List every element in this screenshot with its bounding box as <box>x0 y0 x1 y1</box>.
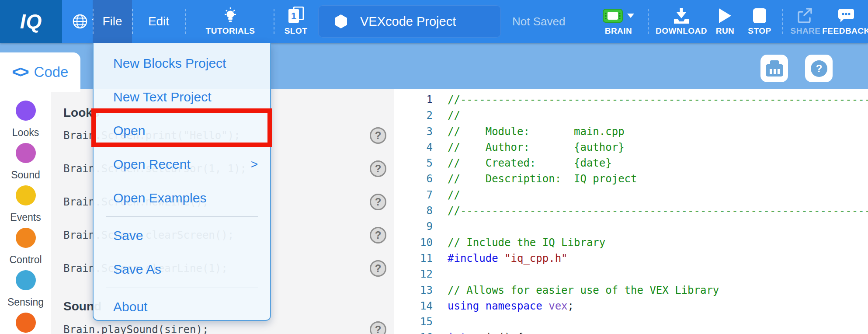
code-token <box>479 300 485 312</box>
slot-icon: 1 <box>286 6 306 25</box>
category-circle-icon[interactable] <box>16 270 36 290</box>
sidebar-category-partial[interactable] <box>0 313 51 333</box>
toolbar-divider <box>782 9 783 34</box>
code-line[interactable]: 13// Allows for easier use of the VEX Li… <box>394 282 868 298</box>
code-token: // Include the IQ Library <box>448 237 605 249</box>
code-line[interactable]: 12 <box>394 266 868 282</box>
code-line[interactable]: 10// Include the IQ Library <box>394 235 868 250</box>
code-line[interactable]: 8//-------------------------------------… <box>394 203 868 219</box>
menu-file[interactable]: File <box>93 0 132 43</box>
file-menu-item-open-recent[interactable]: Open Recent> <box>94 147 270 181</box>
code-token <box>542 300 549 312</box>
code-line[interactable]: 9 <box>394 219 868 234</box>
category-label: Sound <box>11 169 40 181</box>
code-line[interactable]: 3// Module: main.cpp <box>394 124 868 139</box>
code-token: namespace <box>486 300 542 312</box>
line-number: 9 <box>394 219 433 234</box>
line-number: 13 <box>394 282 433 298</box>
brain-button[interactable]: BRAIN <box>591 0 646 43</box>
download-button[interactable]: DOWNLOAD <box>654 0 709 43</box>
toolbar-divider <box>274 9 274 34</box>
svg-text:?: ? <box>816 63 822 74</box>
file-menu-item-save[interactable]: Save <box>94 219 270 252</box>
line-number: 5 <box>394 155 433 171</box>
category-circle-icon[interactable] <box>16 143 36 163</box>
code-line[interactable]: 11#include "iq_cpp.h" <box>394 250 868 266</box>
code-token: // Author: {author} <box>448 141 625 153</box>
command-help-button[interactable]: ? <box>370 227 386 244</box>
code-text: using namespace vex; <box>448 298 574 314</box>
run-button[interactable]: RUN <box>711 0 740 43</box>
file-menu-label: File <box>102 14 122 28</box>
file-menu-item-new-text-project[interactable]: New Text Project <box>94 80 270 114</box>
device-info-button[interactable] <box>760 55 788 82</box>
command-help-button[interactable]: ? <box>370 260 386 277</box>
code-token: //--------------------------------------… <box>448 94 868 106</box>
file-menu-item-save-as[interactable]: Save As <box>94 252 270 286</box>
category-circle-icon[interactable] <box>16 228 36 248</box>
file-dropdown-menu: New Blocks ProjectNew Text ProjectOpenOp… <box>93 43 271 321</box>
code-editor[interactable]: 1//-------------------------------------… <box>394 89 868 334</box>
code-line[interactable]: 14using namespace vex; <box>394 298 868 314</box>
category-circle-icon[interactable] <box>16 313 36 333</box>
menu-edit[interactable]: Edit <box>139 0 178 43</box>
sidebar-category-control[interactable]: Control <box>0 228 51 266</box>
file-menu-item-open[interactable]: Open <box>94 114 270 147</box>
code-token: "iq_cpp.h" <box>504 252 568 264</box>
code-token: #include <box>448 252 498 264</box>
line-number: 11 <box>394 250 433 266</box>
project-name-button[interactable]: VEXcode Project <box>318 5 501 38</box>
code-text: //--------------------------------------… <box>448 203 868 219</box>
sidebar-category-looks[interactable]: Looks <box>0 101 51 139</box>
category-circle-icon[interactable] <box>16 101 36 121</box>
tab-code[interactable]: <> Code <box>0 52 80 92</box>
code-line[interactable]: 6// Description: IQ project <box>394 171 868 187</box>
share-icon <box>797 7 814 24</box>
command-help-button[interactable]: ? <box>370 321 386 334</box>
line-number: 3 <box>394 124 433 139</box>
brain-port-icon <box>766 60 783 77</box>
run-label: RUN <box>716 26 735 36</box>
code-text: // Created: {date} <box>448 155 612 171</box>
sidebar-category-events[interactable]: Events <box>0 185 51 223</box>
command-help-button[interactable]: ? <box>370 194 386 210</box>
share-label: SHARE <box>790 26 820 36</box>
code-token: using <box>448 300 479 312</box>
vexcode-iq-window: LooksSoundEventsControlSensing LooksBrai… <box>0 0 868 334</box>
code-text: // Description: IQ project <box>448 171 637 187</box>
share-button[interactable]: SHARE <box>787 0 824 43</box>
slot-button[interactable]: 1 SLOT <box>276 0 316 43</box>
toolbar-divider <box>648 9 649 34</box>
code-token: ; <box>568 300 574 312</box>
line-number: 7 <box>394 187 433 203</box>
feedback-button[interactable]: FEEDBACK <box>824 0 868 43</box>
code-token: main() { <box>466 331 523 334</box>
stop-button[interactable]: STOP <box>743 0 776 43</box>
code-token: // Allows for easier use of the VEX Libr… <box>448 284 719 296</box>
code-line[interactable]: 7// <box>394 187 868 203</box>
slot-label: SLOT <box>285 26 308 36</box>
code-line[interactable]: 5// Created: {date} <box>394 155 868 171</box>
sidebar-category-sensing[interactable]: Sensing <box>0 270 51 308</box>
code-text: int main() { <box>448 330 523 334</box>
line-number: 2 <box>394 108 433 123</box>
code-line[interactable]: 4// Author: {author} <box>394 139 868 155</box>
file-menu-item-open-examples[interactable]: Open Examples <box>94 181 270 215</box>
help-button[interactable]: ? <box>805 55 833 82</box>
command-help-button[interactable]: ? <box>370 127 386 144</box>
code-text: // Include the IQ Library <box>448 235 605 250</box>
command-help-button[interactable]: ? <box>370 160 386 177</box>
file-menu-item-new-blocks-project[interactable]: New Blocks Project <box>94 46 270 80</box>
code-line[interactable]: 2// <box>394 108 868 123</box>
tutorials-button[interactable]: TUTORIALS <box>191 0 269 43</box>
code-line[interactable]: 1//-------------------------------------… <box>394 92 868 108</box>
sidebar-category-sound[interactable]: Sound <box>0 143 51 181</box>
code-text: // Module: main.cpp <box>448 124 625 139</box>
line-number: 12 <box>394 266 433 282</box>
play-icon <box>719 8 731 23</box>
code-line[interactable]: 16int main() { <box>394 330 868 334</box>
code-line[interactable]: 15 <box>394 314 868 330</box>
file-menu-item-about[interactable]: About <box>94 290 270 324</box>
brain-label: BRAIN <box>605 26 632 36</box>
category-circle-icon[interactable] <box>16 185 36 205</box>
